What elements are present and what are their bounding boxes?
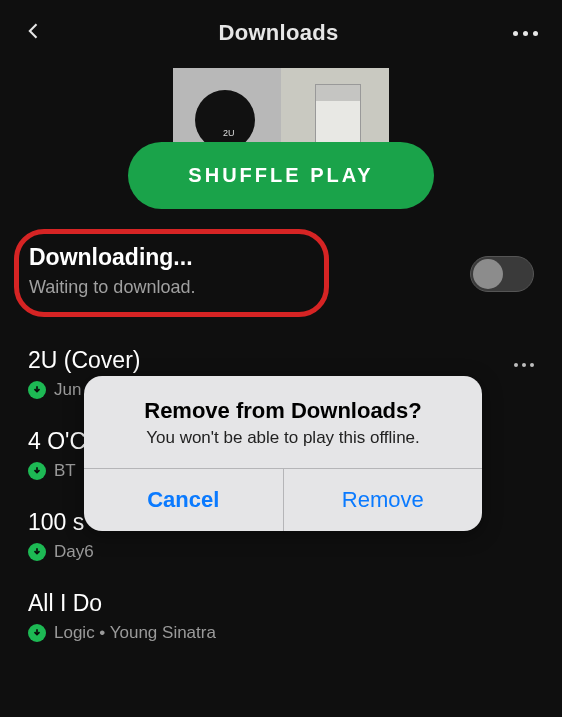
- download-status-subtitle: Waiting to download.: [29, 277, 195, 298]
- toggle-knob: [473, 259, 503, 289]
- track-list: 2U (Cover) Jun 4 O'C BT 100 s Day6 All I…: [0, 335, 562, 659]
- downloaded-icon: [28, 624, 46, 642]
- downloaded-icon: [28, 462, 46, 480]
- page-title: Downloads: [218, 20, 338, 46]
- download-toggle[interactable]: [470, 256, 534, 292]
- downloaded-icon: [28, 381, 46, 399]
- track-row[interactable]: 4 O'C BT: [0, 416, 562, 497]
- track-title: 4 O'C: [28, 428, 534, 455]
- track-row[interactable]: All I Do Logic • Young Sinatra: [0, 578, 562, 659]
- back-icon[interactable]: [24, 21, 44, 45]
- track-artist: BT: [54, 461, 76, 481]
- track-row[interactable]: 100 s Day6: [0, 497, 562, 578]
- track-title: 2U (Cover): [28, 347, 534, 374]
- header: Downloads: [0, 0, 562, 58]
- more-options-icon[interactable]: [513, 31, 538, 36]
- track-artist: Logic • Young Sinatra: [54, 623, 216, 643]
- track-title: All I Do: [28, 590, 534, 617]
- track-artist: Day6: [54, 542, 94, 562]
- track-artist: Jun: [54, 380, 81, 400]
- album-art-label: 2U: [223, 128, 235, 138]
- downloaded-icon: [28, 543, 46, 561]
- track-row[interactable]: 2U (Cover) Jun: [0, 335, 562, 416]
- download-status-title: Downloading...: [29, 244, 195, 271]
- shuffle-play-button[interactable]: SHUFFLE PLAY: [128, 142, 433, 209]
- track-more-icon[interactable]: [514, 363, 534, 367]
- track-title: 100 s: [28, 509, 534, 536]
- download-status-highlight: Downloading... Waiting to download.: [14, 229, 329, 317]
